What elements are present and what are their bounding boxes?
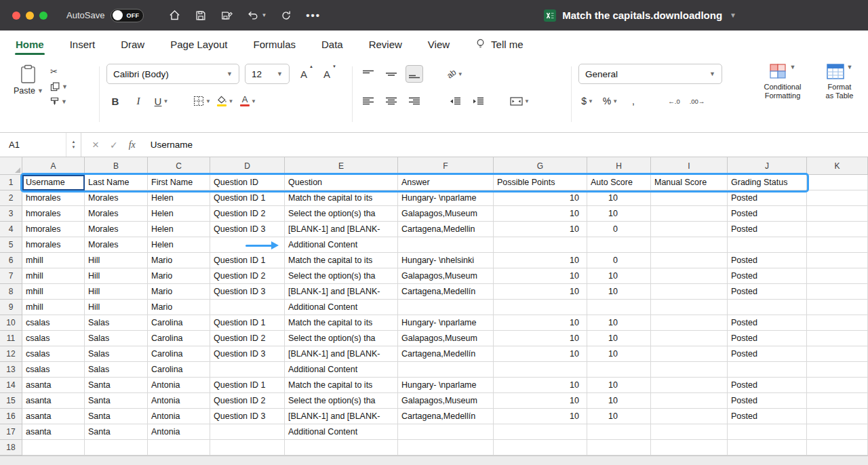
more-commands-button[interactable]: •••: [306, 9, 321, 21]
decrease-indent-button[interactable]: [446, 92, 464, 110]
cell-K6[interactable]: [807, 253, 868, 268]
cell-K14[interactable]: [807, 378, 868, 393]
cell-H7[interactable]: 10: [587, 268, 651, 284]
cell-A1[interactable]: Username: [22, 175, 85, 190]
column-header-H[interactable]: H: [587, 157, 651, 175]
cell-A7[interactable]: mhill: [22, 268, 85, 284]
cell-A4[interactable]: hmorales: [22, 222, 85, 237]
cell-C17[interactable]: Antonia: [148, 424, 210, 440]
bold-button[interactable]: B: [106, 92, 124, 110]
cell-C5[interactable]: Helen: [148, 237, 210, 253]
document-title-area[interactable]: Match the capitals.downloadlong ▼: [544, 9, 736, 22]
undo-button[interactable]: ▼: [247, 9, 267, 21]
cell-H14[interactable]: 10: [587, 378, 651, 393]
font-color-button[interactable]: A ▼: [239, 92, 257, 110]
cell-G5[interactable]: [494, 237, 587, 253]
cell-A3[interactable]: hmorales: [22, 206, 85, 222]
cell-B10[interactable]: Salas: [85, 315, 148, 331]
align-top-button[interactable]: [359, 65, 377, 83]
cell-I5[interactable]: [651, 237, 728, 253]
cell-A14[interactable]: asanta: [22, 378, 85, 393]
cell-G15[interactable]: 10: [494, 393, 587, 409]
cell-B12[interactable]: Salas: [85, 346, 148, 362]
cell-F6[interactable]: Hungary- \nhelsinki: [398, 253, 494, 268]
row-header-1[interactable]: 1: [0, 175, 22, 190]
cell-E7[interactable]: Select the option(s) tha: [285, 268, 398, 284]
comma-format-button[interactable]: ,: [625, 92, 642, 110]
cell-C9[interactable]: Mario: [148, 300, 210, 315]
cell-B18[interactable]: [85, 440, 148, 456]
tab-home[interactable]: Home: [15, 32, 45, 57]
cell-K10[interactable]: [807, 315, 868, 331]
autosave-toggle[interactable]: OFF: [111, 9, 144, 22]
align-bottom-button[interactable]: [406, 65, 423, 83]
cell-C15[interactable]: Antonia: [148, 393, 210, 409]
cell-E14[interactable]: Match the capital to its: [285, 378, 398, 393]
cell-I13[interactable]: [651, 362, 728, 378]
cell-I6[interactable]: [651, 253, 728, 268]
cell-E18[interactable]: [285, 440, 398, 456]
cell-I10[interactable]: [651, 315, 728, 331]
cell-C8[interactable]: Mario: [148, 284, 210, 300]
cell-J8[interactable]: Posted: [728, 284, 807, 300]
cell-E6[interactable]: Match the capital to its: [285, 253, 398, 268]
cell-B6[interactable]: Hill: [85, 253, 148, 268]
row-header-15[interactable]: 15: [0, 393, 22, 409]
cell-K4[interactable]: [807, 222, 868, 237]
cell-K17[interactable]: [807, 424, 868, 440]
close-window-button[interactable]: [12, 12, 20, 20]
cell-A18[interactable]: [22, 440, 85, 456]
formula-input[interactable]: Username: [146, 133, 193, 157]
cell-J12[interactable]: Posted: [728, 346, 807, 362]
cell-I12[interactable]: [651, 346, 728, 362]
cell-K11[interactable]: [807, 331, 868, 346]
cell-A10[interactable]: csalas: [22, 315, 85, 331]
cell-A5[interactable]: hmorales: [22, 237, 85, 253]
cell-I4[interactable]: [651, 222, 728, 237]
cell-B4[interactable]: Morales: [85, 222, 148, 237]
cell-C2[interactable]: Helen: [148, 190, 210, 206]
column-header-B[interactable]: B: [85, 157, 148, 175]
save-button[interactable]: [195, 9, 207, 22]
zoom-window-button[interactable]: [39, 12, 47, 20]
cell-I2[interactable]: [651, 190, 728, 206]
cell-H17[interactable]: [587, 424, 651, 440]
cell-B14[interactable]: Santa: [85, 378, 148, 393]
cell-F5[interactable]: [398, 237, 494, 253]
cell-C10[interactable]: Carolina: [148, 315, 210, 331]
row-header-12[interactable]: 12: [0, 346, 22, 362]
cell-H11[interactable]: 10: [587, 331, 651, 346]
decrease-decimal-button[interactable]: .00→: [688, 92, 706, 110]
cell-C16[interactable]: Antonia: [148, 409, 210, 424]
cell-A6[interactable]: mhill: [22, 253, 85, 268]
minimize-window-button[interactable]: [26, 12, 34, 20]
cell-J4[interactable]: Posted: [728, 222, 807, 237]
cell-E8[interactable]: [BLANK-1] and [BLANK-: [285, 284, 398, 300]
cell-B13[interactable]: Salas: [85, 362, 148, 378]
cell-B5[interactable]: Morales: [85, 237, 148, 253]
tab-insert[interactable]: Insert: [69, 32, 96, 57]
row-header-10[interactable]: 10: [0, 315, 22, 331]
row-header-16[interactable]: 16: [0, 409, 22, 424]
italic-button[interactable]: I: [130, 92, 147, 110]
tab-data[interactable]: Data: [321, 32, 344, 57]
cell-D15[interactable]: Question ID 2: [210, 393, 285, 409]
cell-I7[interactable]: [651, 268, 728, 284]
cell-G11[interactable]: 10: [494, 331, 587, 346]
row-header-8[interactable]: 8: [0, 284, 22, 300]
cell-E2[interactable]: Match the capital to its: [285, 190, 398, 206]
font-size-select[interactable]: 12 ▼: [245, 64, 290, 84]
cell-F17[interactable]: [398, 424, 494, 440]
cell-H5[interactable]: [587, 237, 651, 253]
cell-F11[interactable]: Galapagos,Museum: [398, 331, 494, 346]
column-header-I[interactable]: I: [651, 157, 728, 175]
column-header-C[interactable]: C: [148, 157, 210, 175]
align-left-button[interactable]: [359, 92, 377, 110]
cell-B3[interactable]: Morales: [85, 206, 148, 222]
percent-format-button[interactable]: % ▼: [601, 92, 619, 110]
cell-A9[interactable]: mhill: [22, 300, 85, 315]
align-center-button[interactable]: [382, 92, 400, 110]
fill-color-button[interactable]: ▼: [216, 92, 234, 110]
cell-D13[interactable]: [210, 362, 285, 378]
cell-E16[interactable]: [BLANK-1] and [BLANK-: [285, 409, 398, 424]
